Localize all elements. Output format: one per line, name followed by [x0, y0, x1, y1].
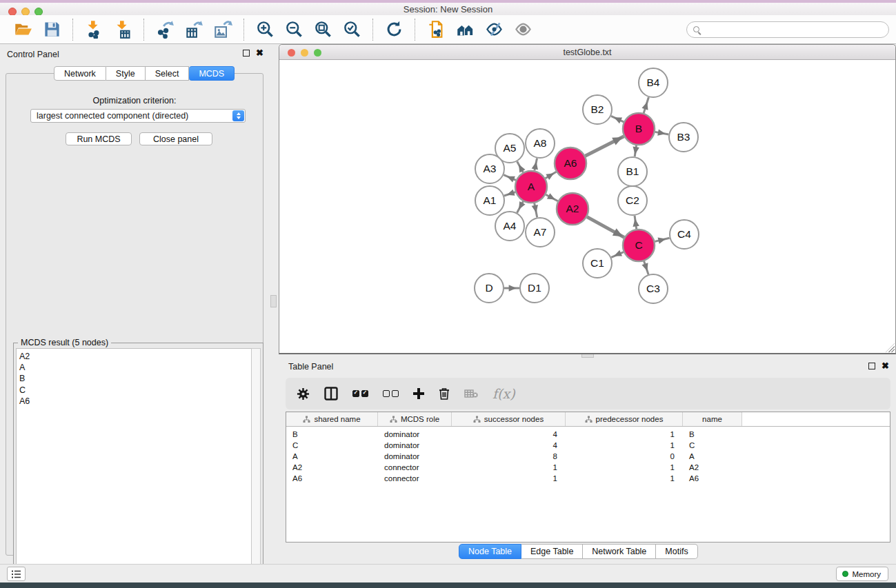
table-row[interactable]: A2connector11A2	[286, 462, 890, 473]
birds-eye-icon[interactable]	[484, 19, 504, 40]
toolbar-separator	[415, 19, 415, 41]
zoom-out-icon[interactable]	[283, 19, 304, 40]
network-graph[interactable]: B4B2BB3A5A8A6A3B1AA1C2A2A4A7C4CC1C3DD1	[279, 61, 895, 349]
cell-shared-name[interactable]: A	[286, 452, 378, 460]
task-history-button[interactable]	[7, 567, 26, 581]
result-scrollbar[interactable]	[251, 348, 261, 578]
select-all-icon[interactable]	[352, 385, 368, 403]
show-hide-icon[interactable]	[512, 19, 533, 40]
node-label-B4: B4	[647, 77, 660, 88]
cell-mcds-role[interactable]: connector	[378, 474, 452, 483]
cell-successor-nodes[interactable]: 1	[452, 474, 566, 483]
column-header-successor-nodes[interactable]: successor nodes	[452, 412, 566, 426]
cell-name[interactable]: C	[683, 441, 742, 449]
cell-name[interactable]: A2	[683, 463, 742, 472]
table-tabs: Node Table Edge Table Network Table Moti…	[459, 544, 698, 559]
close-panel-button[interactable]: Close panel	[139, 132, 212, 145]
table-options-icon[interactable]	[297, 385, 310, 403]
node-label-A4: A4	[504, 220, 517, 232]
result-item[interactable]: C	[19, 385, 251, 396]
table-row[interactable]: Cdominator41C	[286, 440, 890, 451]
close-panel-icon[interactable]: ✖	[256, 50, 263, 57]
export-table-icon[interactable]	[183, 19, 204, 40]
run-mcds-button[interactable]: Run MCDS	[66, 132, 132, 145]
tab-node-table[interactable]: Node Table	[459, 544, 521, 559]
cell-successor-nodes[interactable]: 4	[452, 441, 566, 449]
zoom-fit-icon[interactable]	[312, 19, 333, 40]
new-network-from-selection-icon[interactable]	[426, 19, 446, 40]
select-stepper-icon	[232, 110, 244, 121]
cell-successor-nodes[interactable]: 4	[452, 430, 566, 438]
graph-nodes[interactable]: B4B2BB3A5A8A6A3B1AA1C2A2A4A7C4CC1C3DD1	[475, 68, 699, 303]
import-network-icon[interactable]	[83, 19, 104, 40]
open-file-icon[interactable]	[12, 19, 33, 40]
close-table-panel-icon[interactable]: ✖	[882, 363, 889, 369]
zoom-selected-icon[interactable]	[341, 19, 362, 40]
tab-mcds[interactable]: MCDS	[189, 66, 235, 81]
table-row[interactable]: Adominator80A	[286, 451, 890, 462]
edge-arrowhead	[641, 102, 648, 110]
network-canvas[interactable]: B4B2BB3A5A8A6A3B1AA1C2A2A4A7C4CC1C3DD1	[279, 61, 895, 349]
cell-name[interactable]: B	[683, 430, 742, 438]
result-item[interactable]: A	[19, 362, 251, 373]
cell-mcds-role[interactable]: dominator	[378, 430, 452, 438]
vertical-divider-grip[interactable]	[270, 295, 277, 307]
function-builder-icon[interactable]: f(x)	[492, 385, 515, 403]
zoom-in-icon[interactable]	[255, 19, 275, 40]
cell-name[interactable]: A6	[683, 474, 742, 483]
cell-shared-name[interactable]: A2	[286, 463, 378, 472]
optimization-criterion-select[interactable]: largest connected component (directed)	[30, 109, 246, 123]
cell-mcds-role[interactable]: connector	[378, 463, 452, 472]
result-item[interactable]: A2	[19, 351, 251, 362]
cell-successor-nodes[interactable]: 1	[452, 463, 566, 472]
tab-network[interactable]: Network	[54, 66, 106, 81]
tab-network-table[interactable]: Network Table	[583, 544, 656, 559]
search-field[interactable]	[686, 21, 889, 38]
column-header-shared-name[interactable]: shared name	[286, 412, 378, 426]
result-item[interactable]: B	[19, 373, 251, 384]
search-input[interactable]	[704, 23, 888, 37]
export-network-icon[interactable]	[155, 19, 175, 40]
column-header-predecessor-nodes[interactable]: predecessor nodes	[566, 412, 683, 426]
cell-predecessor-nodes[interactable]: 0	[566, 452, 683, 460]
float-table-panel-icon[interactable]	[868, 363, 875, 369]
deselect-all-icon[interactable]	[383, 385, 399, 403]
tab-motifs[interactable]: Motifs	[656, 544, 697, 559]
add-column-icon[interactable]	[413, 385, 424, 403]
cell-shared-name[interactable]: A6	[286, 474, 378, 483]
node-label-B2: B2	[591, 103, 604, 115]
result-item[interactable]: A6	[19, 396, 251, 407]
column-header-mcds-role[interactable]: MCDS role	[378, 412, 452, 426]
delete-column-icon[interactable]	[439, 385, 450, 403]
export-image-icon[interactable]	[212, 19, 233, 40]
network-view-window: testGlobe.txt B4B2BB3A5A8A6A3B1AA1C2A2A4…	[279, 44, 896, 354]
delete-table-icon[interactable]	[464, 385, 478, 403]
table-row[interactable]: A6connector11A6	[286, 473, 890, 484]
save-session-icon[interactable]	[41, 19, 62, 40]
node-label-A2: A2	[566, 203, 579, 214]
cell-predecessor-nodes[interactable]: 1	[566, 430, 683, 438]
float-panel-icon[interactable]	[243, 50, 250, 57]
cell-predecessor-nodes[interactable]: 1	[566, 474, 683, 483]
cell-predecessor-nodes[interactable]: 1	[566, 463, 683, 472]
refresh-icon[interactable]	[384, 19, 404, 40]
cell-predecessor-nodes[interactable]: 1	[566, 441, 683, 449]
cell-shared-name[interactable]: B	[286, 430, 378, 438]
network-window-titlebar[interactable]: testGlobe.txt	[279, 45, 895, 60]
import-table-icon[interactable]	[112, 19, 133, 40]
column-view-icon[interactable]	[324, 385, 338, 403]
tab-edge-table[interactable]: Edge Table	[521, 544, 583, 559]
home-views-icon[interactable]	[455, 19, 475, 40]
cell-mcds-role[interactable]: dominator	[378, 452, 452, 460]
node-label-A8: A8	[534, 137, 547, 149]
tab-select[interactable]: Select	[146, 66, 190, 81]
cell-shared-name[interactable]: C	[286, 441, 378, 449]
cell-name[interactable]: A	[683, 452, 742, 460]
cell-mcds-role[interactable]: dominator	[378, 441, 452, 449]
memory-button[interactable]: Memory	[836, 567, 888, 581]
cell-successor-nodes[interactable]: 8	[452, 452, 566, 460]
tab-style[interactable]: Style	[106, 66, 146, 81]
column-header-name[interactable]: name	[683, 412, 742, 426]
table-row[interactable]: Bdominator41B	[286, 429, 890, 440]
node-label-A: A	[528, 181, 535, 192]
